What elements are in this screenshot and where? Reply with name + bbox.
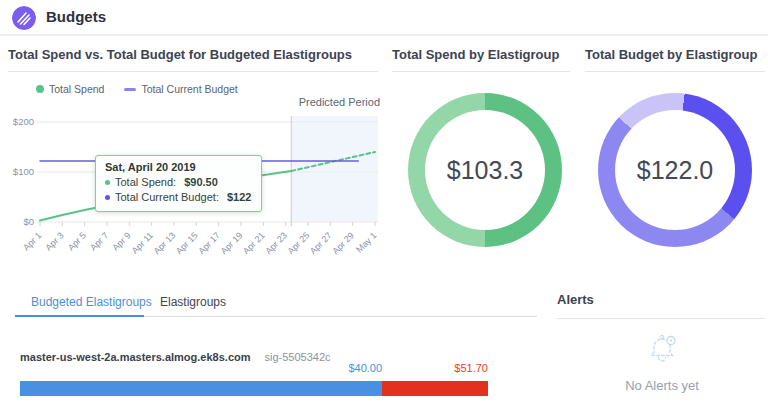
- divider: [8, 71, 378, 72]
- total-budget-value: $122.0: [637, 156, 713, 185]
- spend-vs-budget-title: Total Spend vs. Total Budget for Budgete…: [8, 47, 352, 62]
- x-tick-label: Apr 23: [263, 230, 289, 256]
- total-spend-value: $103.3: [447, 156, 523, 185]
- tooltip-bullet-icon: [105, 180, 110, 185]
- x-tick-label: Apr 17: [196, 230, 222, 256]
- predicted-region: [291, 116, 378, 222]
- budget-dash-icon: [124, 88, 136, 91]
- total-spend-donut[interactable]: $103.3: [408, 93, 562, 247]
- tooltip-bullet-icon: [105, 195, 110, 200]
- chart-legend: Total Spend Total Current Budget: [36, 83, 238, 95]
- total-spend-donut-title: Total Spend by Elastigroup: [392, 47, 559, 62]
- budgets-dashboard: Budgets Total Spend vs. Total Budget for…: [0, 0, 768, 414]
- bell-icon: [643, 330, 681, 368]
- tooltip-row: Total Spend:$90.50: [105, 175, 251, 190]
- budget-progress-bar[interactable]: [20, 381, 488, 396]
- tooltip-value: $122: [227, 190, 251, 205]
- tooltip-date: Sat, April 20 2019: [105, 161, 251, 173]
- legend-label: Total Spend: [49, 83, 104, 95]
- app-header: Budgets: [0, 0, 768, 36]
- divider: [585, 71, 765, 72]
- x-tick-label: Apr 21: [241, 230, 267, 256]
- legend-label: Total Current Budget: [141, 83, 237, 95]
- tooltip-value: $90.50: [184, 175, 218, 190]
- predicted-period-label: Predicted Period: [240, 96, 380, 108]
- spotinst-logo-icon[interactable]: [12, 6, 36, 30]
- active-tab-underline: [15, 315, 144, 317]
- alerts-title: Alerts: [557, 292, 594, 307]
- no-alerts-text: No Alerts yet: [557, 378, 767, 393]
- x-tick-label: May 1: [354, 230, 378, 254]
- total-budget-donut[interactable]: $122.0: [598, 93, 752, 247]
- tabs-baseline: [144, 316, 537, 317]
- y-tick-label: $100: [13, 166, 34, 177]
- y-tick-label: $0: [23, 216, 34, 227]
- donut-hole: $122.0: [615, 110, 735, 230]
- legend-total-current-budget[interactable]: Total Current Budget: [124, 83, 237, 95]
- budget-bar-labels: $40.00$51.70: [20, 362, 488, 376]
- x-tick-label: Apr 7: [88, 230, 110, 252]
- x-tick-label: Apr 11: [130, 230, 155, 255]
- tooltip-label: Total Current Budget:: [115, 190, 219, 205]
- y-tick-label: $200: [13, 116, 34, 127]
- divider: [557, 318, 765, 319]
- chart-tooltip: Sat, April 20 2019 Total Spend:$90.50Tot…: [95, 155, 262, 212]
- x-tick-label: Apr 25: [286, 230, 312, 256]
- x-tick-label: Apr 3: [43, 230, 65, 252]
- x-tick-label: Apr 13: [152, 230, 178, 256]
- x-tick-label: Apr 29: [330, 230, 356, 256]
- total-budget-donut-title: Total Budget by Elastigroup: [585, 47, 757, 62]
- x-tick-label: Apr 1: [21, 230, 43, 252]
- divider: [392, 71, 570, 72]
- legend-total-spend[interactable]: Total Spend: [36, 83, 104, 95]
- tooltip-label: Total Spend:: [115, 175, 176, 190]
- tooltip-row: Total Current Budget:$122: [105, 190, 251, 205]
- x-tick-label: Apr 15: [174, 230, 200, 256]
- total-spend-dot-icon: [36, 85, 44, 93]
- page-title: Budgets: [46, 8, 106, 25]
- tab-budgeted-elastigroups[interactable]: Budgeted Elastigroups: [31, 295, 152, 309]
- donut-hole: $103.3: [425, 110, 545, 230]
- x-tick-label: Apr 27: [308, 230, 334, 256]
- x-tick-label: Apr 5: [66, 230, 88, 252]
- budget-bar-segment[interactable]: [382, 381, 488, 396]
- budget-bar-segment[interactable]: [20, 381, 382, 396]
- alerts-empty-state: No Alerts yet: [557, 330, 767, 393]
- x-tick-label: Apr 19: [219, 230, 245, 256]
- tab-elastigroups[interactable]: Elastigroups: [160, 295, 226, 309]
- budget-bar-amount-label: $40.00: [20, 362, 382, 376]
- budget-bar-amount-label: $51.70: [382, 362, 488, 376]
